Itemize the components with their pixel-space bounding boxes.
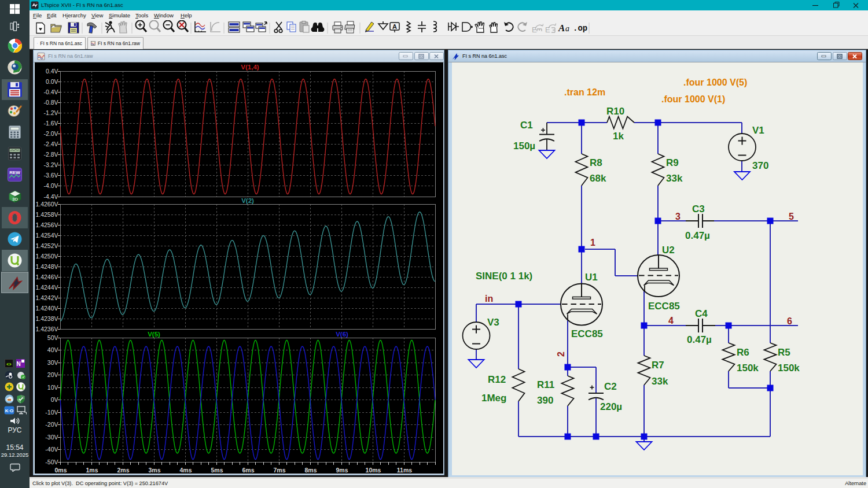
svg-text:R11: R11 <box>537 379 554 390</box>
svg-text:-0.4V: -0.4V <box>43 88 58 95</box>
svg-text:.tran 12m: .tran 12m <box>564 87 605 97</box>
svg-text:1.4252V: 1.4252V <box>35 242 58 249</box>
svg-text:10V: 10V <box>47 384 58 391</box>
svg-text:-50V: -50V <box>45 459 58 465</box>
svg-text:1.4246V: 1.4246V <box>35 273 58 280</box>
svg-text:-10V: -10V <box>45 409 58 416</box>
svg-text:20V: 20V <box>47 371 58 378</box>
svg-text:C3: C3 <box>692 204 705 215</box>
svg-text:-0.8V: -0.8V <box>43 99 58 106</box>
svg-text:-4.4V: -4.4V <box>43 193 58 200</box>
svg-text:1.4256V: 1.4256V <box>35 221 58 228</box>
svg-text:REW: REW <box>9 170 20 175</box>
svg-text:ECC85: ECC85 <box>648 301 680 312</box>
svg-text:0.0V: 0.0V <box>46 78 58 85</box>
svg-text:0.47µ: 0.47µ <box>687 334 712 345</box>
svg-text:150k: 150k <box>778 363 800 374</box>
svg-text:in: in <box>485 294 493 304</box>
svg-text:V(6): V(6) <box>336 331 348 338</box>
svg-text:R6: R6 <box>737 347 749 358</box>
svg-text:1.4258V: 1.4258V <box>35 211 58 218</box>
svg-text:E: E <box>532 25 537 34</box>
svg-text:R7: R7 <box>652 360 664 371</box>
svg-text:-1.2V: -1.2V <box>43 109 58 116</box>
svg-text:U2: U2 <box>662 245 675 256</box>
svg-text:0ms: 0ms <box>54 467 67 474</box>
svg-text:K·O: K·O <box>5 408 14 413</box>
svg-text:1.4250V: 1.4250V <box>35 253 58 260</box>
svg-text:1Meg: 1Meg <box>481 393 506 404</box>
svg-text:-2.8V: -2.8V <box>43 151 58 158</box>
svg-text:1.4244V: 1.4244V <box>35 284 58 291</box>
svg-text:-2.0V: -2.0V <box>43 130 58 137</box>
svg-text:-3.6V: -3.6V <box>43 172 58 179</box>
svg-text:C1: C1 <box>520 120 533 131</box>
svg-text:1.4248V: 1.4248V <box>35 263 58 270</box>
svg-text:SINE(0 1 1k): SINE(0 1 1k) <box>476 271 532 282</box>
svg-text:40V: 40V <box>47 346 58 353</box>
svg-text:R10: R10 <box>606 106 624 117</box>
svg-text:1ms: 1ms <box>86 467 98 474</box>
svg-text:30V: 30V <box>47 359 58 366</box>
svg-text:68k: 68k <box>590 173 606 184</box>
svg-text:1.4242V: 1.4242V <box>35 294 58 301</box>
svg-text:V(2): V(2) <box>241 197 254 204</box>
svg-text:6ms: 6ms <box>242 467 254 474</box>
svg-text:ECC85: ECC85 <box>571 328 603 339</box>
svg-text:V3: V3 <box>487 317 499 328</box>
svg-text:11ms: 11ms <box>397 467 412 474</box>
svg-text:R8: R8 <box>590 157 602 168</box>
svg-text:R9: R9 <box>666 157 679 168</box>
svg-text:.four 1000 V(1): .four 1000 V(1) <box>661 94 725 104</box>
svg-text:9ms: 9ms <box>336 467 348 474</box>
svg-text:-40V: -40V <box>45 446 58 453</box>
svg-text:33k: 33k <box>666 173 683 184</box>
svg-text:R12: R12 <box>488 374 506 385</box>
svg-text:1.4260V: 1.4260V <box>35 201 58 208</box>
svg-text:0V: 0V <box>51 396 58 403</box>
svg-text:V1: V1 <box>752 125 764 136</box>
svg-text:3: 3 <box>675 212 681 221</box>
svg-text:-30V: -30V <box>45 434 58 441</box>
svg-text:U1: U1 <box>585 272 598 283</box>
svg-text:-2.4V: -2.4V <box>43 141 58 147</box>
svg-text:1.4240V: 1.4240V <box>35 305 58 312</box>
svg-text:-20V: -20V <box>45 421 58 428</box>
svg-text:7ms: 7ms <box>273 467 285 474</box>
svg-text:1: 1 <box>590 238 595 247</box>
svg-text:4ms: 4ms <box>179 467 192 474</box>
svg-text:33k: 33k <box>652 376 668 387</box>
svg-text:3ms: 3ms <box>148 467 160 474</box>
svg-text:A: A <box>558 23 565 34</box>
svg-text:0.47µ: 0.47µ <box>685 230 710 241</box>
svg-text:1.4236V: 1.4236V <box>35 326 58 332</box>
svg-text:4: 4 <box>668 316 674 326</box>
svg-text:-1.6V: -1.6V <box>43 120 58 127</box>
svg-text:1.4238V: 1.4238V <box>35 315 58 322</box>
svg-text:.four 1000 V(5): .four 1000 V(5) <box>683 77 747 87</box>
svg-text:5ms: 5ms <box>211 467 223 474</box>
svg-text:10ms: 10ms <box>366 467 381 474</box>
svg-text:2: 2 <box>556 352 566 357</box>
svg-text:-4.0V: -4.0V <box>43 182 58 189</box>
svg-text:50V: 50V <box>47 334 58 341</box>
svg-text:E: E <box>545 25 550 34</box>
svg-text:V(5): V(5) <box>148 331 160 338</box>
svg-text:R5: R5 <box>778 347 790 358</box>
svg-text:390: 390 <box>537 395 553 406</box>
svg-text:8ms: 8ms <box>304 467 317 474</box>
svg-text:5: 5 <box>789 212 794 221</box>
svg-text:0.4V: 0.4V <box>46 68 58 75</box>
svg-text:A: A <box>392 23 397 30</box>
svg-text:-3.2V: -3.2V <box>43 161 58 168</box>
svg-text:220µ: 220µ <box>600 401 622 412</box>
svg-text:C2: C2 <box>604 381 617 392</box>
svg-text:.op: .op <box>573 24 587 33</box>
svg-text:6: 6 <box>787 316 792 326</box>
svg-text:V(1,4): V(1,4) <box>241 64 259 71</box>
svg-text:C4: C4 <box>695 308 708 319</box>
svg-text:2ms: 2ms <box>117 467 129 474</box>
svg-text:1.4254V: 1.4254V <box>35 232 58 239</box>
svg-text:150µ: 150µ <box>513 141 535 151</box>
svg-text:1k: 1k <box>613 131 624 142</box>
